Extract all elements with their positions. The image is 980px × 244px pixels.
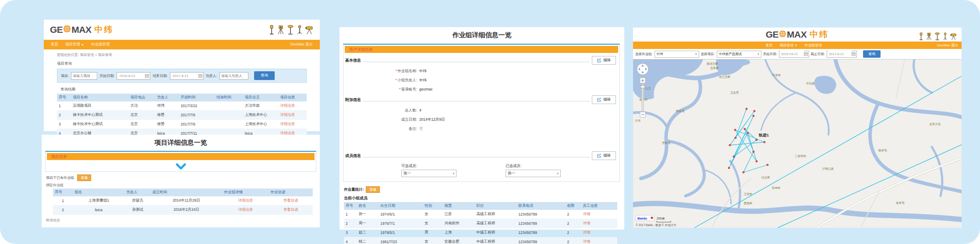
end-date-field[interactable] [170, 72, 204, 80]
map-place-label: 龙东大道 [929, 122, 941, 125]
calendar-icon[interactable] [198, 74, 202, 78]
project-query-window: GE MAX 中纬 首页 项目管理▼ 作业组管理 GeoMax 退出 您现在的位… [44, 20, 320, 131]
table-link-cell[interactable]: 查看轨迹 [269, 196, 313, 206]
project-query-body: 您现在的位置: 项目管理 > 项目查询 项目查询 项目: 开始日期: 结束日期:… [44, 49, 320, 138]
project-filter-label: 项目: [61, 73, 69, 78]
table-link-cell[interactable]: 查看轨迹 [269, 206, 313, 215]
column-header: 姓名 [357, 202, 379, 210]
spacer [343, 132, 619, 148]
table-link-cell[interactable]: 详情 [581, 210, 617, 219]
start-date-input[interactable] [118, 73, 145, 79]
svg-text:Baidu: Baidu [637, 216, 647, 220]
page-title: 作业组详细信息一览 [340, 27, 624, 39]
end-date-input[interactable] [828, 51, 852, 57]
baidu-map[interactable]: 轨迹1 山王金星村大坝顾家宅贾家宅南张泾桥洗布桥张江古桥叶家村华高路卫生室王家村… [633, 59, 962, 228]
column-header: 项目信息 [278, 94, 307, 101]
map-place-label: 南张泾桥 [707, 62, 718, 66]
map-canvas[interactable]: 轨迹1 山王金星村大坝顾家宅贾家宅南张泾桥洗布桥张江古桥叶家村华高路卫生室王家村… [633, 59, 962, 228]
end-date-input[interactable] [171, 73, 198, 79]
logout-link[interactable]: GeoMax 退出 [290, 42, 313, 47]
table-cell: 徐赟 [156, 111, 179, 120]
selected-option: 孙一 [508, 171, 515, 176]
project-select[interactable]: 中纬新产品测试▾ [717, 51, 761, 58]
available-members-select[interactable]: 张一▾ [401, 170, 456, 177]
main-nav: 首页 项目管理▼ 作业组管理 GeoMax 退出 [44, 40, 320, 49]
bound-groups-table: 序号组名负责人成立时间作业组详情作业轨迹 1上海测量组1庆骏凡2014年11月2… [53, 188, 313, 215]
calendar-icon[interactable] [852, 52, 856, 56]
calendar-icon[interactable] [145, 74, 149, 78]
basic-info-section-header: 基本信息 编辑 [345, 56, 616, 65]
nav-home[interactable]: 首页 [766, 43, 773, 48]
globe-icon [779, 30, 786, 39]
table-cell: 3 [344, 228, 357, 237]
field-row: 备注:空 [343, 126, 619, 132]
owner-input[interactable] [219, 72, 248, 80]
project-info-box: 项目信息 [45, 151, 316, 172]
table-link-cell[interactable]: 详细信息 [222, 206, 269, 215]
search-button[interactable]: 查询 [254, 71, 275, 80]
table-link-cell[interactable]: 详情 [581, 237, 617, 244]
required-mark: * [396, 69, 397, 73]
chevron-down-icon: ▼ [795, 44, 798, 47]
nav-project-management[interactable]: 项目管理▼ [65, 42, 84, 47]
project-name-input[interactable] [71, 72, 97, 80]
logout-link[interactable]: GeoMax 退出 [937, 43, 958, 48]
basic-info-title: 基本信息 [345, 58, 361, 63]
end-date-label: 结束日期: [152, 73, 167, 78]
table-header-row: 序号项目名称项目地点负责人开始时间结束时间项目业主项目信息 [57, 94, 307, 101]
view-stats-button[interactable]: 查看 [366, 186, 380, 193]
edit-extra-button[interactable]: 编辑 [592, 95, 616, 104]
start-date-input[interactable] [780, 51, 804, 57]
table-cell: 2 [344, 219, 357, 228]
nav-workgroup-management[interactable]: 作业组管理 [91, 42, 110, 47]
table-cell: 徕卡技术中心测试 [71, 111, 128, 120]
column-header: 组名 [73, 188, 124, 196]
table-link-cell[interactable]: 详细信息 [278, 120, 307, 129]
edit-members-button[interactable]: 编辑 [592, 151, 616, 160]
view-bound-groups-button[interactable]: 查看 [77, 174, 91, 181]
nav-home[interactable]: 首页 [51, 42, 58, 47]
results-label: 查询结果: [60, 87, 307, 92]
start-date-field[interactable] [117, 72, 150, 80]
nav-workgroup-management[interactable]: 作业组管理 [804, 43, 822, 48]
logo-text-ge: GE [766, 29, 778, 40]
group-select[interactable]: 中纬▾ [655, 51, 699, 58]
map-pan-control[interactable] [637, 63, 648, 75]
table-row: 2周一1976/7/1女河南郑州高级工程师1234567892详情 [344, 219, 617, 228]
available-members-col: 可选成员: 张一▾ [401, 164, 456, 177]
level-icon [950, 32, 957, 40]
baidu-logo: Baidu [636, 215, 654, 221]
table-row: 2徕卡技术中心测试北京徐赟2017/7/6上海技术中心详细信息 [57, 111, 307, 120]
table-link-cell[interactable]: 详细信息 [222, 196, 269, 206]
table-link-cell[interactable]: 详情 [581, 228, 617, 237]
map-attribution: © 2017 Baidu - 数据 © 长地万方 [636, 223, 676, 227]
field-label: *小组负责人: [343, 78, 417, 83]
track-point-marker [746, 108, 747, 110]
chevron-down-icon[interactable] [175, 163, 187, 170]
instrument-icon-strip [918, 32, 957, 40]
table-cell: 1976/7/1 [379, 219, 423, 228]
table-cell: leica [73, 206, 124, 215]
zoom-handle[interactable] [640, 86, 645, 88]
table-link-cell[interactable]: 详情 [581, 219, 617, 228]
end-date-field[interactable] [827, 51, 857, 58]
calendar-icon[interactable] [804, 52, 808, 56]
nav-project-management[interactable]: 项目管理▼ [780, 43, 798, 48]
table-cell: 女 [423, 237, 442, 244]
field-label: 总人数: [343, 108, 417, 113]
track-search-button[interactable]: 查询 [863, 50, 881, 58]
table-link-cell[interactable]: 详细信息 [278, 101, 307, 111]
edit-basic-button[interactable]: 编辑 [592, 56, 616, 65]
chosen-members-select[interactable]: 孙一▾ [506, 170, 561, 177]
table-cell: 徕卡技术中心测试 [71, 120, 128, 129]
table-link-cell[interactable]: 详细信息 [278, 111, 307, 120]
field-row: *小组负责人:中纬 [343, 78, 619, 83]
workload-stats-label: 作业量统计: [344, 187, 364, 192]
track-markers [728, 108, 768, 173]
field-label: *登录账号: [343, 87, 417, 92]
table-cell: 1981/7/23 [379, 237, 423, 244]
track-polyline [729, 109, 768, 172]
expand-row[interactable] [46, 161, 316, 171]
start-date-field[interactable] [779, 51, 809, 58]
breadcrumb: 您现在的位置: 项目管理 > 项目查询 [57, 52, 307, 57]
